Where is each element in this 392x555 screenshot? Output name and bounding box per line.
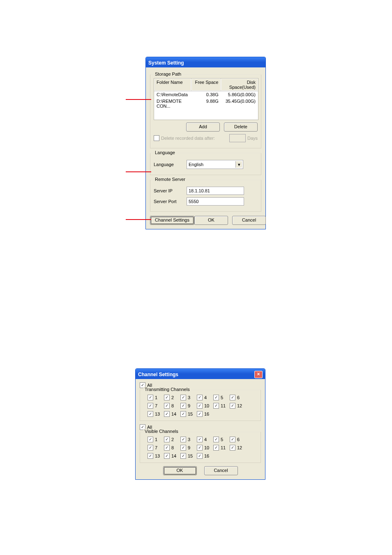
checkbox-icon [164, 411, 170, 417]
server-port-label: Server Port [154, 199, 187, 204]
cell-used: 5.86G(0.00G) [221, 91, 258, 98]
table-header: Folder Name Free Space Disk Space(Used) [154, 79, 258, 91]
table-row[interactable]: D:\REMOTE CON... 9.88G 35.45G(0.00G) [154, 98, 258, 109]
table-row[interactable]: C:\RemoteData 0.38G 5.86G(0.00G) [154, 91, 258, 98]
channel-label: 8 [171, 403, 174, 408]
channel-label: 2 [171, 395, 174, 400]
checkbox-icon [148, 453, 153, 459]
cell-folder: D:\REMOTE CON... [154, 98, 191, 109]
channel-label: 1 [155, 395, 157, 400]
channel-7-checkbox[interactable]: 7 [148, 445, 164, 451]
system-setting-titlebar[interactable]: System Setting [146, 57, 265, 67]
checkbox-icon [148, 437, 153, 442]
channel-9-checkbox[interactable]: 9 [180, 403, 197, 409]
checkbox-icon [164, 403, 170, 409]
checkbox-icon [148, 445, 153, 451]
checkbox-icon [213, 437, 219, 442]
group-legend: Visible Channels [143, 429, 180, 434]
channel-label: 8 [171, 445, 174, 450]
channel-3-checkbox[interactable]: 3 [180, 437, 197, 442]
channel-4-checkbox[interactable]: 4 [197, 437, 213, 442]
channel-label: 13 [155, 412, 160, 416]
checkbox-icon [197, 437, 203, 442]
server-port-input[interactable] [187, 197, 244, 206]
checkbox-icon [164, 453, 170, 459]
server-ip-input[interactable] [187, 187, 244, 195]
checkbox-icon [164, 445, 170, 451]
channel-11-checkbox[interactable]: 11 [213, 445, 230, 451]
channel-10-checkbox[interactable]: 10 [197, 403, 213, 409]
close-icon[interactable]: × [254, 371, 263, 378]
delete-after-checkbox[interactable] [154, 135, 159, 141]
channel-settings-titlebar[interactable]: Channel Settings × [136, 369, 265, 379]
cancel-button[interactable]: Cancel [204, 466, 238, 475]
channel-11-checkbox[interactable]: 11 [213, 403, 230, 409]
channel-7-checkbox[interactable]: 7 [148, 403, 164, 409]
channel-13-checkbox[interactable]: 13 [148, 453, 164, 459]
col-free[interactable]: Free Space [191, 79, 221, 91]
cell-folder: C:\RemoteData [154, 91, 191, 98]
channel-6-checkbox[interactable]: 6 [230, 395, 246, 400]
channel-8-checkbox[interactable]: 8 [164, 445, 180, 451]
language-select[interactable]: English ▾ [187, 160, 243, 169]
channel-2-checkbox[interactable]: 2 [164, 395, 180, 400]
channel-4-checkbox[interactable]: 4 [197, 395, 213, 400]
visible-channels-group: Visible Channels 12345678910111213141516 [140, 432, 261, 463]
checkbox-icon [180, 411, 186, 417]
channel-settings-window: Channel Settings × All Transmitting Chan… [135, 368, 265, 480]
window-title: System Setting [148, 60, 184, 66]
channel-15-checkbox[interactable]: 15 [180, 411, 197, 417]
days-input[interactable] [229, 134, 246, 142]
channel-1-checkbox[interactable]: 1 [148, 437, 164, 442]
channel-1-checkbox[interactable]: 1 [148, 395, 164, 400]
channel-5-checkbox[interactable]: 5 [213, 395, 230, 400]
server-ip-label: Server IP [154, 188, 187, 193]
channel-8-checkbox[interactable]: 8 [164, 403, 180, 409]
checkbox-icon [180, 445, 186, 451]
channel-label: 1 [155, 437, 157, 442]
language-group: Language Language English ▾ [150, 153, 261, 175]
system-setting-window: System Setting Storage Path Folder Name … [145, 57, 266, 229]
language-label: Language [154, 162, 187, 167]
channel-label: 9 [188, 445, 190, 450]
channel-9-checkbox[interactable]: 9 [180, 445, 197, 451]
checkbox-icon [197, 445, 203, 451]
channel-16-checkbox[interactable]: 16 [197, 411, 213, 417]
channel-14-checkbox[interactable]: 14 [164, 453, 180, 459]
col-folder[interactable]: Folder Name [154, 79, 191, 91]
channel-10-checkbox[interactable]: 10 [197, 445, 213, 451]
ok-button[interactable]: OK [163, 466, 197, 475]
channel-16-checkbox[interactable]: 16 [197, 453, 213, 459]
checkbox-icon [164, 395, 170, 400]
channel-2-checkbox[interactable]: 2 [164, 437, 180, 442]
channel-14-checkbox[interactable]: 14 [164, 411, 180, 417]
days-label: Days [247, 136, 258, 141]
channel-12-checkbox[interactable]: 12 [230, 403, 246, 409]
add-button[interactable]: Add [186, 123, 220, 132]
storage-path-table[interactable]: Folder Name Free Space Disk Space(Used) … [154, 78, 258, 120]
delete-button[interactable]: Delete [224, 123, 258, 132]
channel-label: 4 [204, 395, 207, 400]
cell-used: 35.45G(0.00G) [221, 98, 258, 109]
checkbox-icon [213, 403, 219, 409]
channel-15-checkbox[interactable]: 15 [180, 453, 197, 459]
channel-12-checkbox[interactable]: 12 [230, 445, 246, 451]
visible-grid: 12345678910111213141516 [148, 435, 256, 460]
channel-label: 12 [237, 403, 242, 408]
group-legend: Language [154, 150, 176, 155]
channel-13-checkbox[interactable]: 13 [148, 411, 164, 417]
channel-6-checkbox[interactable]: 6 [230, 437, 246, 442]
col-used[interactable]: Disk Space(Used) [221, 79, 258, 91]
checkbox-icon [230, 403, 235, 409]
channel-label: 11 [221, 445, 226, 450]
channel-settings-button[interactable]: Channel Settings [150, 216, 194, 225]
cancel-button[interactable]: Cancel [232, 216, 266, 225]
ok-button[interactable]: OK [194, 216, 228, 225]
chevron-down-icon: ▾ [235, 161, 242, 168]
channel-label: 15 [188, 453, 193, 458]
channel-3-checkbox[interactable]: 3 [180, 395, 197, 400]
checkbox-icon [148, 411, 153, 417]
channel-label: 9 [188, 403, 190, 408]
channel-5-checkbox[interactable]: 5 [213, 437, 230, 442]
language-value: English [189, 162, 203, 167]
